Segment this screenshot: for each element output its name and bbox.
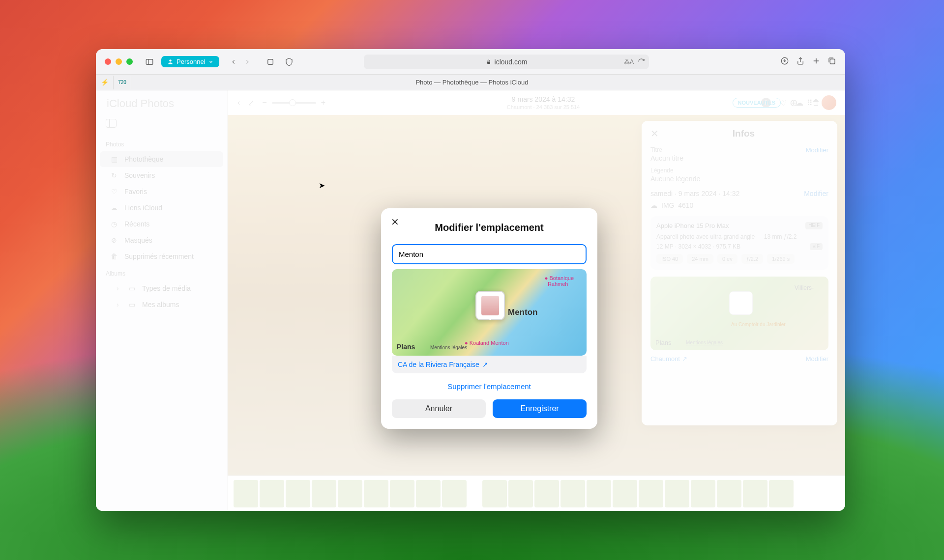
title-label: Titre	[650, 146, 828, 153]
device-info-box: Apple iPhone 15 Pro Max HEIF Appareil ph…	[650, 216, 828, 270]
avatar[interactable]	[822, 95, 836, 110]
film-thumb[interactable]	[743, 480, 767, 507]
trash-icon: 🗑	[110, 252, 118, 261]
minimize-window-button[interactable]	[116, 58, 122, 65]
svg-rect-8	[830, 59, 835, 64]
film-thumb[interactable]	[587, 480, 611, 507]
stat-aperture: ƒ/2.2	[741, 254, 763, 264]
sidebar-item-my-albums[interactable]: ›▭Mes albums	[100, 297, 223, 312]
tabs-overview-icon[interactable]	[827, 56, 836, 67]
edit-location-link[interactable]: Modifier	[806, 355, 828, 363]
film-thumb[interactable]	[639, 480, 663, 507]
pinned-tab-1[interactable]: ⚡	[96, 76, 114, 89]
translate-icon[interactable]: ⁂A	[624, 58, 634, 65]
sidebar-item-library[interactable]: ▥Photothèque	[100, 151, 223, 167]
svg-rect-4	[487, 61, 490, 64]
save-button[interactable]: Enregistrer	[493, 399, 587, 418]
sidebar-item-icloud-links[interactable]: ☁Liens iCloud	[100, 200, 223, 216]
maximize-window-button[interactable]	[126, 58, 133, 65]
film-thumb[interactable]	[416, 480, 441, 507]
cancel-button[interactable]: Annuler	[392, 399, 486, 418]
film-thumb[interactable]	[534, 480, 559, 507]
stat-iso: ISO 40	[656, 254, 683, 264]
film-thumb[interactable]	[508, 480, 533, 507]
location-link[interactable]: Chaumont ↗	[650, 355, 687, 363]
reload-icon[interactable]	[638, 58, 645, 65]
sidebar-item-recents[interactable]: ◷Récents	[100, 216, 223, 232]
close-info-icon[interactable]: ✕	[650, 128, 659, 140]
edit-title-link[interactable]: Modifier	[806, 146, 828, 154]
film-thumb[interactable]	[769, 480, 794, 507]
map-legal-link[interactable]: Mentions légales	[686, 340, 723, 345]
sidebar-item-hidden[interactable]: ⊘Masqués	[100, 232, 223, 248]
zoom-out-icon[interactable]: −	[262, 98, 266, 107]
expand-icon[interactable]: ⤢	[248, 98, 254, 108]
location-input[interactable]	[392, 244, 587, 264]
active-tab[interactable]: Photo — Photothèque — Photos iCloud	[413, 79, 528, 86]
film-thumb[interactable]	[613, 480, 637, 507]
info-map[interactable]: Villiers- Au Comptoir du Jardinier Plans…	[650, 277, 828, 350]
sidebar-item-deleted[interactable]: 🗑Supprimés récemment	[100, 249, 223, 264]
sidebar-toggle-icon[interactable]	[143, 55, 156, 69]
news-badge[interactable]: NOUVEAUTÉS	[733, 98, 781, 108]
caption-value: Aucune légende	[650, 175, 828, 183]
film-thumb[interactable]	[691, 480, 715, 507]
delete-location-link[interactable]: Supprimer l'emplacement	[392, 382, 587, 391]
back-icon[interactable]: ‹	[237, 98, 240, 107]
film-thumb[interactable]	[390, 480, 414, 507]
map-poi-koaland: ● Koaland Menton	[465, 340, 509, 346]
privacy-shield-icon[interactable]	[282, 55, 296, 69]
film-thumb[interactable]	[312, 480, 336, 507]
svg-point-2	[169, 59, 171, 61]
folder-icon: ▭	[127, 284, 136, 293]
new-tab-icon[interactable]	[812, 56, 821, 67]
film-thumb[interactable]	[260, 480, 284, 507]
heart-icon: ♡	[110, 187, 118, 196]
map-legal-link[interactable]: Mentions légales	[430, 345, 467, 350]
zoom-in-icon[interactable]: +	[321, 98, 325, 107]
close-window-button[interactable]	[105, 58, 111, 65]
photo-location-count: Chaumont · 24 383 sur 25 514	[333, 104, 753, 110]
sidebar-item-memories[interactable]: ↻Souvenirs	[100, 168, 223, 183]
caption-label: Légende	[650, 167, 828, 174]
section-photos: Photos	[96, 138, 227, 151]
profile-label: Personnel	[177, 58, 206, 65]
close-modal-button[interactable]: ✕	[389, 216, 401, 228]
sidebar-item-media-types[interactable]: ›▭Types de média	[100, 280, 223, 296]
forward-button[interactable]	[241, 56, 254, 68]
edit-location-modal: ✕ Modifier l'emplacement ● Botanique Rah…	[381, 208, 597, 429]
modal-map[interactable]: ● Botanique Rahmeh Menton ● Koaland Ment…	[392, 269, 587, 356]
edit-datetime-link[interactable]: Modifier	[804, 190, 828, 197]
shield-icon[interactable]	[264, 55, 277, 69]
map-poi-label: Au Comptoir du Jardinier	[731, 322, 786, 327]
map-city-label: Menton	[508, 308, 537, 317]
film-thumb[interactable]	[364, 480, 388, 507]
location-suggestion-link[interactable]: CA de la Riviera Française↗	[392, 356, 587, 373]
modal-title: Modifier l'emplacement	[392, 222, 587, 233]
address-bar[interactable]: icloud.com ⁂A	[364, 55, 649, 69]
film-thumb[interactable]	[286, 480, 310, 507]
grid-icon[interactable]: ⠿	[807, 98, 813, 108]
film-thumb[interactable]	[482, 480, 507, 507]
sidebar-item-favorites[interactable]: ♡Favoris	[100, 184, 223, 199]
film-thumb[interactable]	[442, 480, 467, 507]
film-thumb[interactable]	[338, 480, 362, 507]
film-thumb[interactable]	[234, 480, 258, 507]
filmstrip[interactable]	[228, 476, 845, 511]
back-button[interactable]	[227, 56, 240, 68]
film-thumb[interactable]	[665, 480, 689, 507]
film-thumb[interactable]	[560, 480, 585, 507]
downloads-icon[interactable]	[780, 56, 789, 67]
sidebar-layout-icon[interactable]	[106, 119, 117, 128]
url-text: icloud.com	[495, 58, 528, 66]
share-icon[interactable]	[796, 56, 805, 67]
pinned-tab-2[interactable]: 720	[114, 76, 131, 89]
chevron-down-icon	[208, 59, 213, 64]
lens-info: Appareil photo avec ultra-grand angle — …	[656, 233, 823, 240]
traffic-lights	[105, 58, 133, 65]
safari-window: Personnel icloud.com ⁂A ⚡	[96, 49, 845, 511]
profile-button[interactable]: Personnel	[161, 56, 219, 67]
add-icon[interactable]: ⊕	[790, 97, 798, 109]
zoom-slider[interactable]: − +	[262, 98, 325, 107]
film-thumb[interactable]	[717, 480, 741, 507]
